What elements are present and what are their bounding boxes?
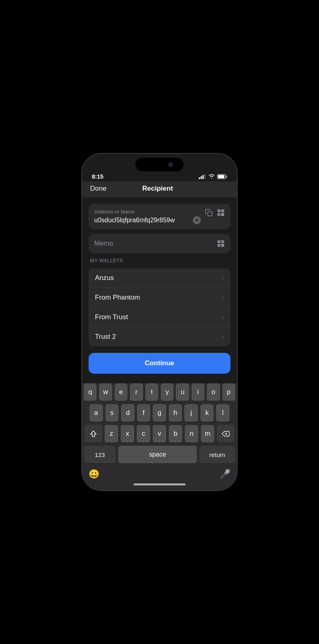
svg-rect-3 — [204, 174, 206, 179]
svg-rect-16 — [222, 215, 223, 216]
wallet-name-anzus: Anzus — [95, 274, 114, 282]
chevron-icon-anzus: › — [222, 275, 224, 281]
home-indicator — [133, 483, 186, 485]
address-action-icons — [205, 209, 225, 217]
wallet-item-from-phantom[interactable]: From Phantom › — [89, 288, 230, 308]
key-t[interactable]: t — [145, 383, 158, 401]
wallet-name-from-phantom: From Phantom — [95, 294, 140, 302]
page-title: Recipient — [142, 185, 173, 193]
key-d[interactable]: d — [121, 404, 135, 422]
space-key[interactable]: space — [118, 446, 197, 463]
key-o[interactable]: o — [207, 383, 220, 401]
svg-rect-17 — [223, 215, 224, 216]
address-label: Address or Name — [94, 209, 201, 215]
address-field-container[interactable]: Address or Name u0sducl5lqfpra6mfq29r859… — [89, 204, 230, 229]
key-q[interactable]: q — [84, 383, 97, 401]
svg-rect-15 — [223, 213, 224, 215]
svg-rect-27 — [223, 246, 224, 247]
continue-button[interactable]: Continue — [89, 353, 230, 374]
memo-placeholder: Memo — [94, 239, 113, 248]
svg-rect-6 — [218, 175, 224, 178]
svg-rect-0 — [199, 177, 200, 179]
keyboard-bottom-row: 123 space return — [82, 446, 237, 463]
status-time: 8:15 — [92, 173, 103, 180]
emoji-button[interactable]: 😀 — [89, 469, 99, 479]
key-e[interactable]: e — [115, 383, 127, 401]
svg-rect-25 — [223, 244, 224, 246]
address-input[interactable]: u0sducl5lqfpra6mfq29r859w — [94, 217, 190, 224]
chevron-icon-from-trust: › — [222, 314, 224, 320]
memo-qr-icon[interactable] — [217, 239, 225, 248]
signal-icon — [199, 174, 206, 179]
status-icons — [199, 174, 227, 179]
key-h[interactable]: h — [169, 404, 182, 422]
svg-rect-26 — [222, 246, 223, 247]
key-w[interactable]: w — [99, 383, 112, 401]
done-button[interactable]: Done — [90, 185, 107, 193]
svg-rect-11 — [218, 210, 220, 211]
key-y[interactable]: y — [161, 383, 174, 401]
wallet-item-trust2[interactable]: Trust 2 › — [89, 327, 230, 346]
wallets-section-label: MY WALLETS — [89, 258, 230, 264]
qr-scan-icon[interactable] — [217, 209, 225, 217]
key-j[interactable]: j — [184, 404, 198, 422]
keyboard-row-2: a s d f g h j k l — [82, 404, 237, 422]
wallet-list: Anzus › From Phantom › From Trust › Trus… — [89, 268, 230, 346]
dynamic-island — [135, 158, 184, 171]
camera-dot — [168, 162, 173, 167]
key-g[interactable]: g — [153, 404, 166, 422]
content-area: Address or Name u0sducl5lqfpra6mfq29r859… — [82, 197, 237, 383]
svg-rect-23 — [218, 245, 220, 246]
address-field-inner: Address or Name u0sducl5lqfpra6mfq29r859… — [94, 209, 201, 224]
chevron-icon-from-phantom: › — [222, 294, 224, 301]
continue-label: Continue — [145, 359, 174, 367]
numbers-key[interactable]: 123 — [84, 446, 116, 463]
key-k[interactable]: k — [200, 404, 214, 422]
clear-address-button[interactable]: ✕ — [193, 216, 201, 224]
key-f[interactable]: f — [137, 404, 151, 422]
key-l[interactable]: l — [216, 404, 230, 422]
battery-icon — [217, 174, 227, 179]
svg-rect-21 — [218, 241, 220, 242]
svg-rect-24 — [222, 244, 223, 246]
wallet-name-from-trust: From Trust — [95, 313, 128, 321]
wallet-item-anzus[interactable]: Anzus › — [89, 268, 230, 288]
key-i[interactable]: i — [192, 383, 204, 401]
wallet-item-from-trust[interactable]: From Trust › — [89, 308, 230, 327]
svg-rect-7 — [208, 212, 212, 216]
mic-button[interactable]: 🎤 — [220, 469, 230, 479]
paste-icon[interactable] — [205, 209, 213, 217]
key-r[interactable]: r — [130, 383, 143, 401]
address-value-row: u0sducl5lqfpra6mfq29r859w ✕ — [94, 216, 201, 224]
shift-key[interactable] — [85, 425, 102, 443]
key-v[interactable]: v — [153, 425, 166, 443]
wifi-icon — [208, 174, 215, 179]
svg-rect-1 — [201, 176, 202, 179]
svg-rect-22 — [222, 241, 223, 242]
svg-rect-2 — [202, 175, 204, 179]
svg-rect-5 — [226, 175, 227, 177]
phone-frame: 8:15 Done Recipient — [81, 153, 238, 491]
chevron-icon-trust2: › — [222, 334, 224, 340]
key-m[interactable]: m — [201, 425, 214, 443]
return-key[interactable]: return — [199, 446, 235, 463]
wallet-name-trust2: Trust 2 — [95, 333, 116, 341]
key-x[interactable]: x — [121, 425, 134, 443]
key-s[interactable]: s — [105, 404, 119, 422]
memo-field[interactable]: Memo — [89, 234, 230, 253]
key-b[interactable]: b — [169, 425, 182, 443]
svg-rect-12 — [222, 210, 223, 211]
nav-bar: Done Recipient — [82, 181, 237, 197]
keyboard-row-1: q w e r t y u i o p — [82, 383, 237, 401]
keyboard-area: q w e r t y u i o p a s d f g h j k l — [82, 383, 237, 490]
key-n[interactable]: n — [185, 425, 198, 443]
key-p[interactable]: p — [222, 383, 235, 401]
key-u[interactable]: u — [176, 383, 189, 401]
key-z[interactable]: z — [105, 425, 118, 443]
delete-key[interactable] — [217, 425, 234, 443]
key-a[interactable]: a — [89, 404, 103, 422]
svg-rect-13 — [218, 214, 220, 215]
key-c[interactable]: c — [137, 425, 150, 443]
keyboard-row-3: z x c v b n m — [82, 425, 237, 443]
svg-rect-14 — [222, 213, 223, 215]
